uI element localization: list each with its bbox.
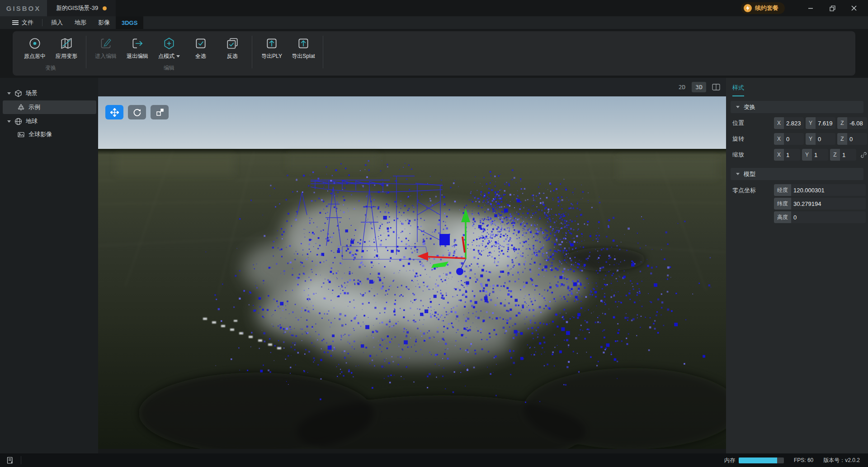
menu-item-file-label: 文件 bbox=[22, 19, 33, 27]
memory-indicator: 内存 bbox=[724, 457, 784, 464]
view-2d-toggle[interactable]: 2D bbox=[675, 82, 689, 92]
unsaved-dot-icon bbox=[103, 6, 107, 10]
scale-y-field[interactable]: Y 1 bbox=[802, 149, 828, 161]
zero-point-row: 零点坐标 经度 120.000301 纬度 30.279194 高度 0 bbox=[732, 184, 863, 223]
view-3d-toggle[interactable]: 3D bbox=[692, 82, 706, 92]
gizmo-toolbar bbox=[105, 105, 169, 119]
axis-x-chip: X bbox=[774, 117, 784, 129]
select-all-button[interactable]: 全选 bbox=[185, 36, 217, 60]
document-tab-title: 新的GIS场景-39 bbox=[56, 4, 98, 12]
export-ply-icon bbox=[265, 37, 278, 50]
tree-item-global-imagery[interactable]: 全球影像 bbox=[0, 128, 98, 141]
scale-tool-button[interactable] bbox=[151, 105, 169, 119]
close-button[interactable] bbox=[846, 2, 862, 14]
position-y-field[interactable]: Y 7.619 bbox=[806, 117, 835, 129]
statusbar-divider bbox=[21, 456, 21, 464]
minimize-button[interactable] bbox=[803, 2, 818, 14]
tree-item-sample-label: 示例 bbox=[28, 103, 40, 111]
menu-item-terrain-label: 地形 bbox=[75, 19, 86, 27]
axis-x-chip: X bbox=[774, 149, 784, 161]
section-model[interactable]: 模型 bbox=[731, 168, 863, 180]
section-transform[interactable]: 变换 bbox=[731, 101, 863, 113]
export-splat-button[interactable]: 导出Splat bbox=[288, 36, 319, 60]
menu-item-insert[interactable]: 插入 bbox=[45, 16, 69, 29]
renew-plan-button[interactable]: 续约套餐 bbox=[741, 2, 785, 14]
axis-y-chip: Y bbox=[806, 117, 816, 129]
menu-item-3dgs-label: 3DGS bbox=[122, 19, 137, 26]
tree-group-scene[interactable]: 场景 bbox=[0, 87, 98, 100]
export-ply-button[interactable]: 导出PLY bbox=[256, 36, 288, 60]
menu-item-terrain[interactable]: 地形 bbox=[69, 16, 92, 29]
select-all-icon bbox=[194, 37, 208, 50]
apply-deform-button[interactable]: 应用变形 bbox=[51, 36, 82, 60]
enter-edit-button[interactable]: 进入编辑 bbox=[90, 36, 122, 60]
menu-item-file[interactable]: 文件 bbox=[6, 16, 39, 29]
imagery-icon bbox=[17, 131, 25, 138]
style-panel: 样式 变换 位置 X 2.823 Y 7.619 Z -6.08 bbox=[726, 78, 868, 453]
scale-x-field[interactable]: X 1 bbox=[774, 149, 800, 161]
version-label: 版本号：v2.0.2 bbox=[823, 457, 860, 464]
globe-icon bbox=[14, 118, 22, 125]
menu-item-insert-label: 插入 bbox=[51, 19, 63, 27]
axis-z-chip: Z bbox=[837, 133, 847, 145]
window-controls bbox=[803, 0, 868, 16]
point-mode-label-row: 点模式 bbox=[158, 52, 180, 60]
rotation-x-field[interactable]: X 0 bbox=[774, 133, 804, 145]
position-z-field[interactable]: Z -6.08 bbox=[837, 117, 867, 129]
caret-down-icon[interactable] bbox=[7, 92, 11, 95]
rotation-row: 旋转 X 0 Y 0 Z 0 bbox=[732, 133, 863, 145]
invert-select-button[interactable]: 反选 bbox=[217, 36, 248, 60]
menu-item-imagery[interactable]: 影像 bbox=[92, 16, 116, 29]
position-x-field[interactable]: X 2.823 bbox=[774, 117, 804, 129]
apply-deform-label: 应用变形 bbox=[56, 52, 77, 60]
caret-down-icon bbox=[736, 106, 740, 108]
rotation-z-field[interactable]: Z 0 bbox=[837, 133, 867, 145]
scale-z-field[interactable]: Z 1 bbox=[830, 149, 856, 161]
fps-indicator: FPS: 60 bbox=[794, 457, 813, 463]
scale-z-value: 1 bbox=[840, 149, 856, 161]
caret-down-icon[interactable] bbox=[7, 120, 11, 123]
title-bar: GISBOX 新的GIS场景-39 续约套餐 bbox=[0, 0, 868, 16]
menu-item-3dgs[interactable]: 3DGS bbox=[116, 16, 143, 29]
rotate-tool-button[interactable] bbox=[128, 105, 146, 119]
renew-plan-label: 续约套餐 bbox=[755, 4, 778, 12]
style-panel-tabs: 样式 bbox=[726, 78, 868, 96]
status-bar: 内存 FPS: 60 版本号：v2.0.2 bbox=[0, 453, 868, 467]
point-mode-button[interactable]: 点模式 bbox=[153, 36, 185, 60]
position-z-value: -6.08 bbox=[847, 117, 867, 129]
splat-icon bbox=[17, 104, 25, 111]
origin-center-button[interactable]: 原点居中 bbox=[19, 36, 51, 60]
memory-fill bbox=[739, 457, 777, 463]
axis-z-chip: Z bbox=[837, 117, 847, 129]
altitude-field[interactable]: 高度 0 bbox=[774, 211, 866, 223]
ribbon-group-edit: 进入编辑 退出编辑 bbox=[90, 36, 248, 71]
move-tool-button[interactable] bbox=[105, 105, 123, 119]
origin-center-icon bbox=[28, 37, 42, 50]
longitude-field[interactable]: 经度 120.000301 bbox=[774, 184, 866, 196]
axis-z-chip: Z bbox=[830, 149, 840, 161]
longitude-value: 120.000301 bbox=[791, 184, 866, 196]
axis-y-chip: Y bbox=[806, 133, 816, 145]
invert-select-icon bbox=[226, 37, 239, 50]
restore-button[interactable] bbox=[825, 2, 840, 14]
ribbon-group-label-edit: 编辑 bbox=[90, 64, 248, 71]
viewport-canvas[interactable] bbox=[98, 96, 726, 449]
rotation-y-value: 0 bbox=[816, 133, 835, 145]
tree-group-earth-label: 地球 bbox=[26, 117, 38, 125]
origin-center-label: 原点居中 bbox=[24, 52, 46, 60]
latitude-field[interactable]: 纬度 30.279194 bbox=[774, 198, 866, 210]
app-logo: GISBOX bbox=[0, 0, 47, 16]
lightning-icon bbox=[744, 4, 752, 12]
report-icon[interactable] bbox=[4, 455, 16, 466]
tree-item-sample[interactable]: 示例 bbox=[3, 100, 96, 114]
split-view-icon[interactable] bbox=[712, 83, 721, 91]
document-tab[interactable]: 新的GIS场景-39 bbox=[47, 0, 116, 16]
tree-group-earth[interactable]: 地球 bbox=[0, 115, 98, 128]
titlebar-spacer bbox=[116, 0, 741, 16]
tab-style[interactable]: 样式 bbox=[732, 84, 744, 96]
link-scale-icon[interactable] bbox=[860, 152, 867, 158]
menu-item-imagery-label: 影像 bbox=[98, 19, 110, 27]
exit-edit-button[interactable]: 退出编辑 bbox=[122, 36, 153, 60]
select-all-label: 全选 bbox=[195, 52, 206, 60]
rotation-y-field[interactable]: Y 0 bbox=[806, 133, 835, 145]
